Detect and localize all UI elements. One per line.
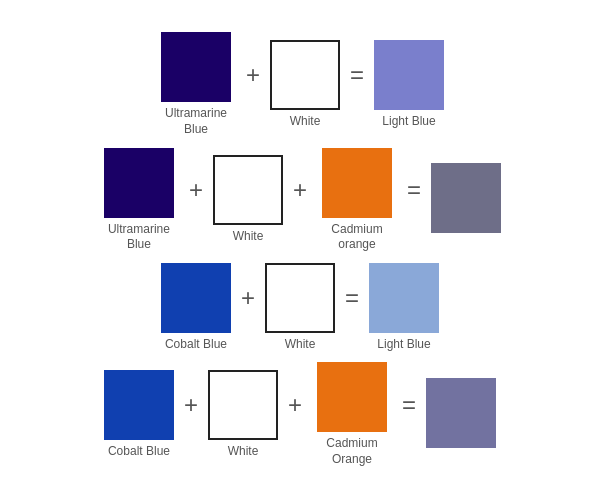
mix-row: Ultramarine Blue+White=Light Blue <box>20 32 580 137</box>
plus-operator: + <box>184 393 198 417</box>
color-swatch-group: White <box>213 155 283 245</box>
color-label: Ultramarine Blue <box>99 222 179 253</box>
equals-operator: = <box>350 63 364 87</box>
color-swatch <box>322 148 392 218</box>
color-swatch-group: White <box>270 40 340 130</box>
color-swatch <box>431 163 501 233</box>
color-label: Ultramarine Blue <box>156 106 236 137</box>
plus-operator: + <box>241 286 255 310</box>
plus-operator: + <box>288 393 302 417</box>
color-label: Cadmium orange <box>317 222 397 253</box>
color-swatch-group: Cobalt Blue <box>161 263 231 353</box>
color-label: Cobalt Blue <box>108 444 170 460</box>
color-mixing-chart: Ultramarine Blue+White=Light BlueUltrama… <box>20 32 580 467</box>
color-swatch-group: Cadmium Orange <box>312 362 392 467</box>
color-swatch-group: Light Blue <box>374 40 444 130</box>
color-swatch-group: White <box>265 263 335 353</box>
plus-operator: + <box>246 63 260 87</box>
plus-operator: + <box>189 178 203 202</box>
color-label: Light Blue <box>377 337 430 353</box>
equals-operator: = <box>402 393 416 417</box>
color-swatch <box>270 40 340 110</box>
color-label: White <box>285 337 316 353</box>
color-swatch-group: Cadmium orange <box>317 148 397 253</box>
color-label: Cadmium Orange <box>312 436 392 467</box>
color-label: White <box>290 114 321 130</box>
color-swatch <box>104 370 174 440</box>
mix-row: Cobalt Blue+White=Light Blue <box>20 263 580 353</box>
color-swatch <box>426 378 496 448</box>
color-swatch-group: Light Blue <box>369 263 439 353</box>
equals-operator: = <box>407 178 421 202</box>
color-label: Light Blue <box>382 114 435 130</box>
color-swatch <box>213 155 283 225</box>
color-label: White <box>228 444 259 460</box>
color-swatch <box>161 263 231 333</box>
color-swatch-group <box>431 163 501 237</box>
mix-row: Cobalt Blue+White+Cadmium Orange= <box>20 362 580 467</box>
color-swatch-group <box>426 378 496 452</box>
color-swatch <box>161 32 231 102</box>
color-swatch <box>208 370 278 440</box>
color-label: Cobalt Blue <box>165 337 227 353</box>
color-swatch-group: Cobalt Blue <box>104 370 174 460</box>
equals-operator: = <box>345 286 359 310</box>
color-swatch <box>317 362 387 432</box>
color-swatch <box>369 263 439 333</box>
color-swatch <box>104 148 174 218</box>
color-swatch <box>265 263 335 333</box>
mix-row: Ultramarine Blue+White+Cadmium orange= <box>20 148 580 253</box>
color-swatch-group: Ultramarine Blue <box>156 32 236 137</box>
color-label: White <box>233 229 264 245</box>
color-swatch-group: White <box>208 370 278 460</box>
color-swatch-group: Ultramarine Blue <box>99 148 179 253</box>
color-swatch <box>374 40 444 110</box>
plus-operator: + <box>293 178 307 202</box>
